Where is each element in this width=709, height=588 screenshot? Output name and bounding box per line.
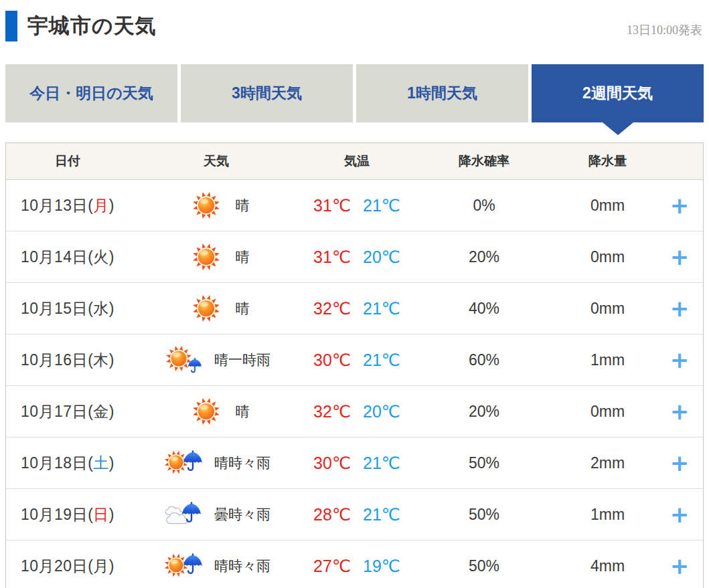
weather-cell: 晴時々雨 <box>129 550 303 582</box>
tab-3hour-weather[interactable]: 3時間天気 <box>181 64 353 122</box>
day-of-week: 金 <box>93 403 109 420</box>
table-row: 10月14日(火) 晴 31℃ 20℃ 20% 0mm + <box>6 231 703 283</box>
day-of-week: 火 <box>93 248 109 266</box>
precip-amount-cell: 4mm <box>558 557 657 575</box>
sun-icon <box>191 242 221 272</box>
temp-high: 31℃ <box>313 196 351 215</box>
paren-close: ) <box>109 351 114 369</box>
umbrella-icon <box>181 450 205 474</box>
sun-small-umbrella-icon <box>162 344 208 376</box>
date-text: 10月14日 <box>21 248 88 266</box>
day-of-week: 木 <box>93 351 109 369</box>
umbrella-icon <box>186 357 204 375</box>
weather-label: 晴 <box>236 196 250 215</box>
weather-cell: 晴 <box>129 241 303 273</box>
weather-cell: 曇時々雨 <box>129 498 303 530</box>
weather-label: 晴時々雨 <box>214 454 270 472</box>
expand-row-button[interactable]: + <box>663 503 696 526</box>
header-temperature: 気温 <box>303 153 410 170</box>
paren-close: ) <box>109 454 114 472</box>
sun-icon <box>183 189 229 221</box>
precip-probability-cell: 60% <box>410 351 558 369</box>
expand-row-button[interactable]: + <box>663 555 696 577</box>
date-text: 10月13日 <box>21 197 88 214</box>
precip-amount-cell: 0mm <box>558 197 657 215</box>
precip-probability-cell: 40% <box>410 300 558 318</box>
temp-low: 20℃ <box>363 402 400 421</box>
table-row: 10月20日(月) 晴時々雨 27℃ 19℃ 50% 4mm + <box>6 541 703 588</box>
temp-high: 27℃ <box>313 557 351 576</box>
table-row: 10月16日(木) 晴一時雨 30℃ 21℃ 60% 1mm + <box>6 334 703 386</box>
day-of-week: 水 <box>93 300 109 317</box>
temp-high: 32℃ <box>313 402 351 421</box>
tab-1hour-weather[interactable]: 1時間天気 <box>356 64 528 122</box>
expand-cell: + <box>657 349 702 371</box>
temp-low: 21℃ <box>363 299 400 318</box>
expand-row-button[interactable]: + <box>663 246 696 268</box>
expand-row-button[interactable]: + <box>663 349 696 371</box>
precip-probability-cell: 0% <box>410 197 558 215</box>
table-row: 10月17日(金) 晴 32℃ 20℃ 20% 0mm + <box>6 386 703 437</box>
expand-row-button[interactable]: + <box>663 452 696 474</box>
expand-cell: + <box>657 555 702 577</box>
date-cell: 10月14日(火) <box>6 247 129 268</box>
expand-cell: + <box>657 297 702 320</box>
date-cell: 10月15日(水) <box>6 298 129 319</box>
date-cell: 10月19日(日) <box>6 504 129 525</box>
tab-today-tomorrow-weather[interactable]: 今日・明日の天気 <box>5 64 177 122</box>
paren-close: ) <box>109 403 114 420</box>
date-text: 10月17日 <box>21 403 88 420</box>
cloud-umbrella-icon <box>162 498 208 530</box>
temperature-cell: 31℃ 20℃ <box>303 248 410 267</box>
weather-cell: 晴一時雨 <box>129 344 303 376</box>
forecast-table: 日付 天気 気温 降水確率 降水量 10月13日(月) 晴 31℃ 21℃ 0%… <box>5 142 704 588</box>
weather-cell: 晴 <box>129 292 303 324</box>
table-row: 10月13日(月) 晴 31℃ 21℃ 0% 0mm + <box>6 180 703 231</box>
precip-amount-cell: 1mm <box>558 506 657 524</box>
temperature-cell: 28℃ 21℃ <box>303 505 410 524</box>
paren-close: ) <box>109 300 114 317</box>
table-row: 10月18日(土) 晴時々雨 30℃ 21℃ 50% 2mm + <box>6 437 703 489</box>
temperature-cell: 27℃ 19℃ <box>303 557 410 576</box>
weather-cell: 晴 <box>129 395 303 427</box>
precip-amount-cell: 0mm <box>558 248 657 266</box>
temp-low: 20℃ <box>363 248 400 267</box>
umbrella-icon <box>179 501 204 525</box>
precip-probability-cell: 50% <box>410 506 558 524</box>
weather-cell: 晴 <box>129 189 303 221</box>
date-text: 10月15日 <box>21 300 88 317</box>
paren-close: ) <box>109 248 114 266</box>
weather-cell: 晴時々雨 <box>129 447 303 479</box>
tab-2week-weather[interactable]: 2週間天気 <box>532 64 704 122</box>
day-of-week: 日 <box>93 506 109 523</box>
temperature-cell: 30℃ 21℃ <box>303 454 410 473</box>
table-body: 10月13日(月) 晴 31℃ 21℃ 0% 0mm + 10月14日(火) 晴… <box>6 180 703 588</box>
day-of-week: 月 <box>93 197 109 214</box>
sun-icon <box>191 397 221 426</box>
temp-low: 21℃ <box>363 505 400 524</box>
weather-label: 晴一時雨 <box>214 351 270 369</box>
temperature-cell: 31℃ 21℃ <box>303 196 410 215</box>
sun-icon <box>183 395 229 427</box>
expand-row-button[interactable]: + <box>663 297 696 320</box>
expand-row-button[interactable]: + <box>663 400 696 423</box>
weather-label: 晴 <box>236 402 250 421</box>
temp-low: 19℃ <box>363 557 400 576</box>
table-row: 10月15日(水) 晴 32℃ 21℃ 40% 0mm + <box>6 283 703 334</box>
date-text: 10月18日 <box>21 454 88 472</box>
precip-amount-cell: 2mm <box>558 454 657 472</box>
temp-low: 21℃ <box>363 351 400 370</box>
header-precip-amount: 降水量 <box>558 153 657 170</box>
sun-umbrella-icon <box>162 447 208 479</box>
page-header: 宇城市の天気 13日10:00発表 <box>0 0 709 41</box>
date-cell: 10月13日(月) <box>6 195 129 216</box>
expand-row-button[interactable]: + <box>663 194 696 217</box>
header-precip-probability: 降水確率 <box>410 153 558 170</box>
page-title: 宇城市の天気 <box>27 11 157 42</box>
title-accent-bar <box>5 11 17 41</box>
date-cell: 10月20日(月) <box>6 556 129 577</box>
expand-cell: + <box>657 194 702 217</box>
date-text: 10月20日 <box>21 557 88 575</box>
header-weather: 天気 <box>129 153 303 170</box>
date-cell: 10月16日(木) <box>6 350 129 371</box>
